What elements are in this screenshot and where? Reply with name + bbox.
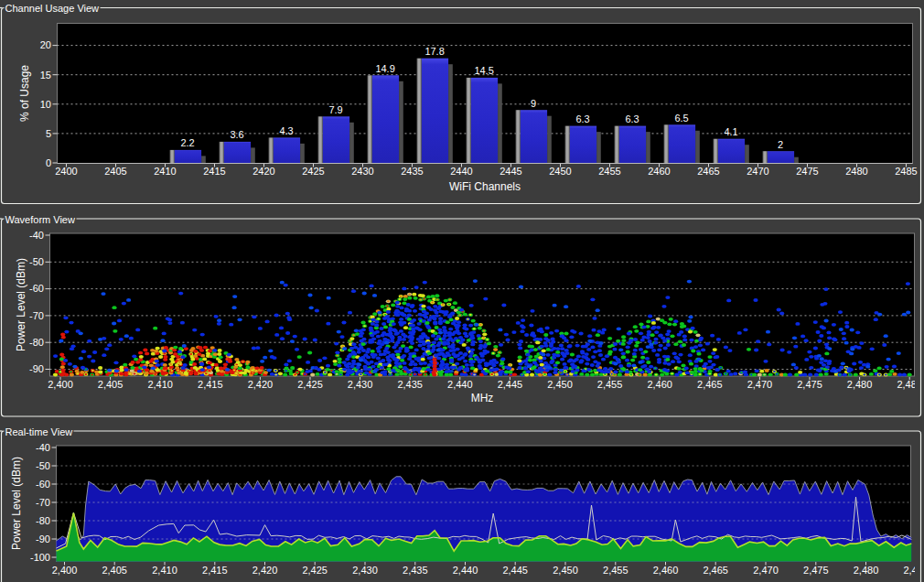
svg-text:2,465: 2,465	[697, 379, 723, 390]
svg-text:2,480: 2,480	[854, 565, 879, 576]
svg-text:2,435: 2,435	[397, 379, 423, 390]
svg-text:2400: 2400	[55, 166, 77, 177]
svg-text:2405: 2405	[104, 166, 126, 177]
svg-text:2,430: 2,430	[352, 565, 378, 576]
svg-text:6.5: 6.5	[674, 113, 688, 124]
svg-text:Power Level (dBm): Power Level (dBm)	[10, 457, 23, 550]
svg-text:5: 5	[46, 128, 51, 139]
svg-text:-40: -40	[29, 230, 44, 241]
svg-text:-60: -60	[29, 283, 44, 294]
svg-text:2460: 2460	[648, 166, 670, 177]
svg-text:2,410: 2,410	[152, 565, 177, 576]
svg-text:2,465: 2,465	[703, 565, 728, 576]
svg-text:3.6: 3.6	[230, 129, 243, 140]
svg-text:10: 10	[40, 99, 51, 110]
svg-text:2,405: 2,405	[102, 565, 127, 576]
svg-text:MHz: MHz	[471, 392, 494, 404]
svg-text:2470: 2470	[747, 166, 768, 177]
svg-text:14.5: 14.5	[474, 65, 493, 76]
svg-text:2415: 2415	[203, 166, 225, 177]
svg-text:2,445: 2,445	[502, 565, 528, 576]
svg-text:-70: -70	[36, 497, 50, 508]
svg-text:15: 15	[40, 70, 51, 81]
svg-text:-50: -50	[29, 256, 44, 267]
svg-text:6.3: 6.3	[625, 113, 639, 124]
svg-text:% of Usage: % of Usage	[18, 65, 31, 122]
svg-text:2,460: 2,460	[647, 379, 672, 390]
svg-text:2,420: 2,420	[248, 379, 274, 390]
svg-text:WiFi Channels: WiFi Channels	[449, 180, 521, 193]
svg-text:2,400: 2,400	[48, 379, 73, 390]
svg-text:2,440: 2,440	[447, 379, 473, 390]
svg-text:2,470: 2,470	[753, 565, 779, 576]
svg-text:2420: 2420	[252, 166, 274, 177]
svg-text:-70: -70	[29, 310, 44, 321]
svg-text:2: 2	[778, 139, 783, 150]
svg-text:2,430: 2,430	[348, 379, 373, 390]
svg-text:2,425: 2,425	[297, 379, 323, 390]
svg-text:Waveform View: Waveform View	[5, 214, 75, 225]
svg-text:17.8: 17.8	[424, 46, 444, 57]
svg-text:7.9: 7.9	[328, 104, 342, 115]
svg-text:2440: 2440	[450, 166, 472, 177]
svg-text:2,450: 2,450	[553, 565, 578, 576]
svg-text:-80: -80	[29, 337, 44, 348]
svg-text:2,435: 2,435	[403, 565, 428, 576]
svg-text:2425: 2425	[302, 166, 324, 177]
svg-text:2,400: 2,400	[52, 565, 78, 576]
svg-text:2,440: 2,440	[453, 565, 478, 576]
svg-text:2,410: 2,410	[147, 379, 173, 390]
svg-text:2,455: 2,455	[597, 379, 623, 390]
svg-text:Power Level (dBm): Power Level (dBm)	[15, 258, 27, 351]
svg-text:2,470: 2,470	[747, 379, 773, 390]
svg-text:2430: 2430	[351, 166, 373, 177]
svg-text:-80: -80	[36, 515, 50, 526]
svg-text:2480: 2480	[845, 166, 867, 177]
svg-text:2,475: 2,475	[803, 565, 829, 576]
svg-text:2.2: 2.2	[180, 137, 194, 148]
svg-text:2,425: 2,425	[302, 565, 328, 576]
svg-text:2410: 2410	[154, 166, 176, 177]
svg-text:2450: 2450	[549, 166, 571, 177]
svg-text:2,445: 2,445	[498, 379, 523, 390]
svg-text:Real-time View: Real-time View	[5, 426, 73, 437]
svg-text:2,415: 2,415	[198, 379, 223, 390]
svg-text:6.3: 6.3	[575, 113, 589, 124]
svg-text:-90: -90	[29, 363, 44, 374]
svg-text:2,480: 2,480	[847, 379, 873, 390]
svg-text:-50: -50	[36, 460, 50, 471]
svg-text:20: 20	[40, 39, 51, 50]
svg-text:-60: -60	[36, 479, 50, 490]
svg-text:14.9: 14.9	[375, 63, 394, 74]
svg-text:2,460: 2,460	[653, 565, 679, 576]
svg-text:2455: 2455	[598, 166, 620, 177]
svg-text:2,405: 2,405	[98, 379, 124, 390]
svg-text:-40: -40	[36, 442, 50, 453]
svg-text:0: 0	[46, 157, 51, 168]
svg-text:2,455: 2,455	[603, 565, 629, 576]
svg-text:2,415: 2,415	[202, 565, 228, 576]
svg-text:9: 9	[531, 98, 536, 109]
svg-text:2465: 2465	[697, 166, 719, 177]
svg-text:-100: -100	[30, 552, 50, 563]
svg-text:2,475: 2,475	[797, 379, 822, 390]
svg-text:2435: 2435	[401, 166, 423, 177]
svg-text:2475: 2475	[796, 166, 818, 177]
svg-text:2,450: 2,450	[547, 379, 573, 390]
svg-text:-90: -90	[36, 534, 50, 544]
svg-text:4.3: 4.3	[279, 125, 293, 136]
svg-text:4.1: 4.1	[724, 126, 737, 137]
svg-text:2445: 2445	[500, 166, 521, 177]
svg-text:Channel Usage View: Channel Usage View	[5, 3, 100, 14]
svg-text:2,420: 2,420	[252, 565, 278, 576]
svg-text:2485: 2485	[895, 166, 917, 177]
